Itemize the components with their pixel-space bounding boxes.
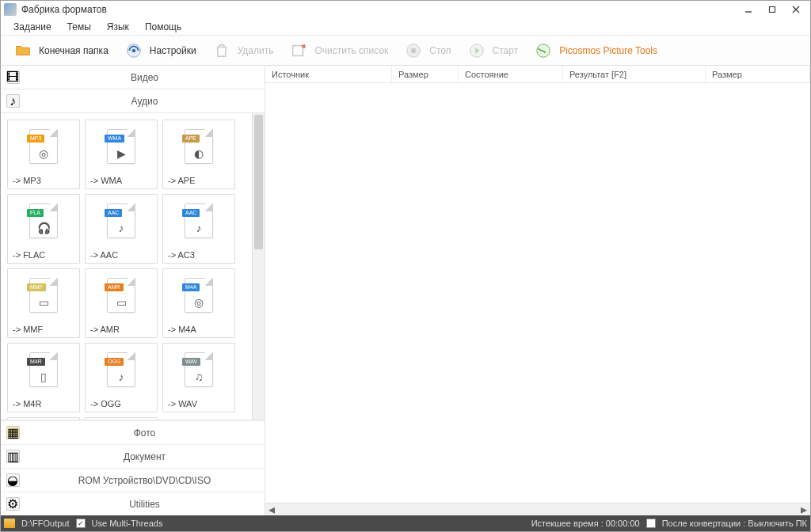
format-label: -> FLAC (8, 247, 79, 263)
scrollbar-thumb[interactable] (254, 115, 263, 249)
scroll-right-icon[interactable]: ▸ (798, 504, 810, 515)
format-tile[interactable]: FLA🎧-> FLAC (7, 194, 80, 264)
clear-icon (287, 40, 310, 62)
format-tile[interactable]: WAV♫-> WAV (162, 343, 235, 412)
menu-language[interactable]: Язык (99, 20, 137, 34)
format-glyph-icon: ◎ (194, 296, 204, 309)
right-panel: Источник Размер Состояние Результат [F2]… (265, 66, 810, 515)
format-tile[interactable]: OGG♪-> OGG (85, 343, 158, 412)
format-tag: AAC (182, 209, 200, 217)
format-glyph-icon: 🎧 (37, 222, 51, 234)
photo-icon: ▦ (1, 426, 25, 439)
film-icon: 🎞 (1, 70, 25, 84)
document-icon: ▥ (1, 450, 25, 463)
format-tile[interactable]: M4R▯-> M4R (7, 343, 80, 412)
category-video[interactable]: 🎞 Видео (1, 66, 265, 89)
statusbar: D:\FFOutput ✓ Use Multi-Threads Истекшее… (1, 515, 810, 531)
format-tile[interactable]: APE◐-> APE (162, 120, 235, 189)
minimize-button[interactable] (737, 2, 760, 17)
format-tile[interactable]: AMR▭-> AMR (85, 268, 158, 338)
multithread-label: Use Multi-Threads (92, 519, 163, 528)
category-photo[interactable]: ▦ Фото (1, 420, 265, 444)
category-audio-label: Аудио (25, 96, 265, 107)
output-folder-button[interactable]: Конечная папка (6, 38, 115, 63)
stop-icon (402, 40, 425, 62)
format-tile[interactable]: AAC♪-> AAC (85, 194, 158, 264)
th-source[interactable]: Источник (265, 66, 392, 82)
multithread-checkbox[interactable]: ✓ (76, 519, 86, 528)
format-grid: MP3◎-> MP3WMA▶-> WMAAPE◐-> APEFLA🎧-> FLA… (1, 113, 252, 420)
format-area: MP3◎-> MP3WMA▶-> WMAAPE◐-> APEFLA🎧-> FLA… (1, 113, 265, 420)
delete-button[interactable]: Удалить (204, 38, 280, 63)
format-tile[interactable]: AAC♪-> AC3 (162, 194, 235, 264)
format-tile[interactable]: MP3◎-> MP3 (7, 120, 80, 189)
format-tag: WMA (105, 135, 124, 142)
format-tag: AMR (105, 283, 124, 291)
picosmos-label: Picosmos Picture Tools (559, 45, 657, 56)
category-rom[interactable]: ◒ ROM Устройство\DVD\CD\ISO (1, 468, 265, 492)
format-label: -> AMR (86, 321, 157, 337)
category-audio[interactable]: ♪ Аудио (1, 89, 265, 113)
format-tag: MMF (27, 283, 46, 291)
bottom-categories: ▦ Фото ▥ Документ ◒ ROM Устройство\DVD\C… (1, 420, 265, 515)
file-list[interactable] (265, 83, 810, 503)
maximize-button[interactable] (761, 2, 783, 17)
settings-button[interactable]: Настройки (116, 38, 203, 63)
scrollbar-vertical[interactable] (252, 113, 265, 420)
after-conv-label: После конвертации : Выключить ПК (662, 519, 807, 528)
format-tile[interactable]: MMF▭-> MMF (7, 268, 80, 338)
format-tag: M4A (182, 283, 200, 291)
category-utilities-label: Utilities (25, 499, 265, 510)
category-document-label: Документ (25, 451, 265, 462)
start-label: Старт (493, 45, 519, 56)
format-tile[interactable]: WMA▶-> WMA (85, 120, 158, 189)
scrollbar-horizontal[interactable]: ◂ ▸ (265, 503, 810, 515)
format-tile[interactable]: M4A◎-> M4A (162, 268, 235, 338)
main-content: 🎞 Видео ♪ Аудио MP3◎-> MP3WMA▶-> WMAAPE◐… (1, 66, 810, 515)
format-tag: AAC (105, 209, 122, 217)
category-document[interactable]: ▥ Документ (1, 444, 265, 468)
th-result[interactable]: Результат [F2] (563, 66, 706, 82)
svg-rect-1 (770, 7, 775, 13)
scroll-left-icon[interactable]: ◂ (265, 504, 278, 515)
category-utilities[interactable]: ⚙ Utilities (1, 492, 265, 515)
clear-label: Очистить список (314, 45, 388, 56)
picosmos-button[interactable]: Picosmos Picture Tools (526, 38, 664, 63)
format-glyph-icon: ♪ (196, 222, 202, 234)
format-label: -> WAV (163, 396, 234, 412)
format-tag: OGG (105, 358, 124, 366)
window-title: Фабрика форматов (21, 4, 736, 15)
gear-icon (123, 40, 145, 62)
globe-icon (532, 40, 554, 62)
th-state[interactable]: Состояние (459, 66, 563, 82)
format-label: -> MP3 (8, 173, 79, 188)
clear-list-button[interactable]: Очистить список (281, 38, 394, 63)
th-size[interactable]: Размер (392, 66, 459, 82)
format-label: -> WMA (86, 173, 157, 188)
table-header: Источник Размер Состояние Результат [F2]… (265, 66, 810, 83)
folder-small-icon[interactable] (4, 519, 15, 528)
menu-task[interactable]: Задание (6, 20, 59, 34)
toolbar: Конечная папка Настройки Удалить Очистит… (1, 36, 810, 66)
folder-icon (12, 40, 34, 62)
settings-label: Настройки (150, 45, 196, 56)
after-conv-checkbox[interactable]: ✓ (646, 519, 656, 528)
format-tile[interactable]: MP2♪ (85, 417, 158, 420)
output-path[interactable]: D:\FFOutput (21, 519, 70, 528)
close-button[interactable] (785, 2, 807, 17)
stop-button[interactable]: Стоп (396, 38, 457, 63)
menu-themes[interactable]: Темы (59, 20, 99, 34)
start-button[interactable]: Старт (459, 38, 525, 63)
start-icon (466, 40, 488, 62)
category-photo-label: Фото (25, 428, 265, 439)
format-tile[interactable]: WV♪ (7, 417, 80, 420)
menu-help[interactable]: Помощь (137, 20, 189, 34)
disc-icon: ◒ (1, 473, 25, 487)
output-folder-label: Конечная папка (39, 45, 109, 56)
format-label: -> OGG (86, 396, 157, 412)
category-rom-label: ROM Устройство\DVD\CD\ISO (25, 475, 265, 486)
format-glyph-icon: ▭ (116, 296, 127, 309)
stop-label: Стоп (429, 45, 451, 56)
format-tag: WAV (182, 358, 200, 366)
th-outsize[interactable]: Размер (706, 66, 810, 82)
